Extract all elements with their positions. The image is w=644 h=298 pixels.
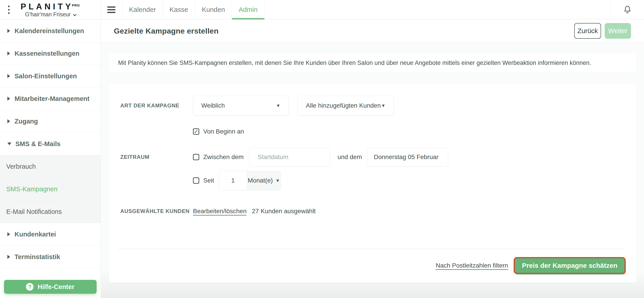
tab-kalender[interactable]: Kalender — [122, 0, 162, 19]
sidebar-item-label: SMS-Kampagnen — [6, 185, 58, 193]
since-row: Seit Monat(e) ▼ — [120, 171, 624, 190]
sidebar-item-sms-kampagnen[interactable]: SMS-Kampagnen — [0, 178, 100, 200]
sidebar-item-terminstatistik[interactable]: Terminstatistik — [0, 246, 100, 268]
gender-dropdown[interactable]: Weiblich ▼ — [193, 96, 289, 115]
edit-delete-link[interactable]: Bearbeiten/löschen — [193, 208, 247, 215]
from-beginning-row: ✓ Von Beginn an — [120, 125, 624, 138]
caret-right-icon — [8, 232, 10, 236]
divider — [118, 249, 624, 249]
end-date-input[interactable] — [367, 148, 448, 166]
sidebar-item-label: SMS & E-Mails — [16, 140, 60, 148]
selected-customers-row: AUSGEWÄHLTE KUNDEN Bearbeiten/löschen 27… — [120, 205, 624, 217]
form-footer-row: Nach Postleitzahlen filtern Preis der Ka… — [120, 258, 624, 273]
next-button[interactable]: Weiter — [605, 23, 631, 39]
sidebar-item-zugang[interactable]: Zugang — [0, 110, 100, 133]
logo-pro-badge: PRO — [72, 3, 80, 7]
sidebar-item-label: Salon-Einstellungen — [14, 73, 77, 80]
audience-dropdown[interactable]: Alle hinzugefügten Kunden ▼ — [298, 96, 394, 115]
caret-right-icon — [8, 97, 10, 101]
since-checkbox[interactable] — [193, 177, 199, 184]
salon-switcher[interactable]: G'hair'man Friseur — [0, 11, 100, 18]
top-bar: PLANITYPRO G'hair'man Friseur Kalender K… — [0, 0, 644, 20]
tab-admin[interactable]: Admin — [232, 0, 264, 19]
period-label: ZEITRAUM — [120, 154, 193, 160]
caret-right-icon — [8, 255, 10, 259]
since-unit-dropdown[interactable]: Monat(e) ▼ — [247, 171, 281, 190]
period-row: ZEITRAUM Zwischen dem und dem — [120, 148, 624, 166]
intro-text: Mit Planity können Sie SMS-Kampagnen ers… — [118, 60, 591, 67]
tab-kunden[interactable]: Kunden — [195, 0, 232, 19]
sidebar-item-label: Zugang — [14, 118, 38, 125]
campaign-type-label: ART DER KAMPAGNE — [120, 103, 193, 109]
sidebar-item-kasseneinstellungen[interactable]: Kasseneinstellungen — [0, 42, 100, 65]
sidebar-item-label: Terminstatistik — [14, 253, 60, 261]
sidebar: Kalendereinstellungen Kasseneinstellunge… — [0, 20, 100, 298]
sidebar-item-verbrauch[interactable]: Verbrauch — [0, 155, 100, 178]
and-label: und dem — [338, 153, 362, 161]
sidebar-item-sms-emails[interactable]: SMS & E-Mails — [0, 133, 100, 155]
dropdown-caret-icon: ▼ — [276, 178, 280, 183]
topbar-right — [610, 0, 644, 19]
page-header: Gezielte Kampagne erstellen Zurück Weite… — [101, 20, 644, 42]
back-button[interactable]: Zurück — [574, 23, 601, 39]
notifications-bell-icon[interactable] — [623, 5, 632, 14]
between-checkbox[interactable] — [193, 154, 199, 160]
caret-right-icon — [8, 52, 10, 56]
caret-right-icon — [8, 74, 10, 78]
sidebar-item-kalendereinstellungen[interactable]: Kalendereinstellungen — [0, 20, 100, 42]
caret-down-icon — [8, 143, 12, 145]
sidebar-item-label: E-Mail Notifications — [6, 208, 62, 215]
since-value-input[interactable] — [219, 171, 247, 190]
help-center-button[interactable]: ? Hilfe-Center — [4, 280, 96, 294]
main-tabs: Kalender Kasse Kunden Admin — [122, 0, 264, 19]
from-beginning-checkbox[interactable]: ✓ — [193, 128, 199, 135]
caret-right-icon — [8, 29, 10, 33]
sidebar-item-label: Kalendereinstellungen — [14, 27, 84, 35]
from-beginning-label: Von Beginn an — [203, 128, 244, 135]
question-mark-icon: ? — [26, 283, 34, 290]
dropdown-caret-icon: ▼ — [276, 103, 280, 108]
sidebar-item-mitarbeiter-management[interactable]: Mitarbeiter-Management — [0, 88, 100, 110]
chevron-down-icon — [73, 13, 77, 16]
dropdown-caret-icon: ▼ — [381, 103, 386, 108]
header-actions: Zurück Weiter — [574, 23, 631, 39]
sidebar-item-label: Verbrauch — [6, 163, 36, 170]
since-label: Seit — [203, 177, 214, 184]
between-label: Zwischen dem — [203, 153, 244, 161]
sidebar-item-label: Mitarbeiter-Management — [14, 95, 90, 103]
sidebar-item-email-notifications[interactable]: E-Mail Notifications — [0, 200, 100, 223]
start-date-input[interactable] — [249, 148, 330, 166]
sidebar-item-label: Kundenkartei — [14, 231, 56, 238]
campaign-type-row: ART DER KAMPAGNE Weiblich ▼ Alle hinzuge… — [120, 96, 624, 115]
page-title: Gezielte Kampagne erstellen — [114, 27, 218, 35]
caret-right-icon — [8, 119, 10, 123]
since-group: Monat(e) ▼ — [219, 171, 281, 190]
audience-dropdown-value: Alle hinzugefügten Kunden — [306, 102, 381, 109]
hamburger-menu-icon[interactable] — [107, 7, 116, 13]
sidebar-item-salon-einstellungen[interactable]: Salon-Einstellungen — [0, 65, 100, 88]
sidebar-item-label: Kasseneinstellungen — [14, 50, 80, 57]
burger-zone — [100, 0, 122, 19]
selected-count: 27 Kunden ausgewählt — [252, 208, 316, 215]
campaign-form-card: ART DER KAMPAGNE Weiblich ▼ Alle hinzuge… — [109, 84, 636, 282]
logo: PLANITYPRO G'hair'man Friseur — [0, 2, 100, 18]
tab-kasse[interactable]: Kasse — [162, 0, 195, 19]
since-unit-value: Monat(e) — [248, 177, 273, 184]
help-center-label: Hilfe-Center — [38, 283, 74, 290]
estimate-price-button[interactable]: Preis der Kampagne schätzen — [515, 258, 624, 273]
gender-dropdown-value: Weiblich — [201, 102, 225, 109]
brand-zone: PLANITYPRO G'hair'man Friseur — [0, 0, 100, 19]
selected-customers-label: AUSGEWÄHLTE KUNDEN — [120, 208, 193, 214]
logo-text: PLANITYPRO — [0, 2, 100, 11]
intro-card: Mit Planity können Sie SMS-Kampagnen ers… — [109, 54, 636, 73]
sidebar-item-kundenkartei[interactable]: Kundenkartei — [0, 223, 100, 246]
main-area: Gezielte Kampagne erstellen Zurück Weite… — [101, 20, 644, 298]
zip-filter-link[interactable]: Nach Postleitzahlen filtern — [436, 262, 508, 269]
